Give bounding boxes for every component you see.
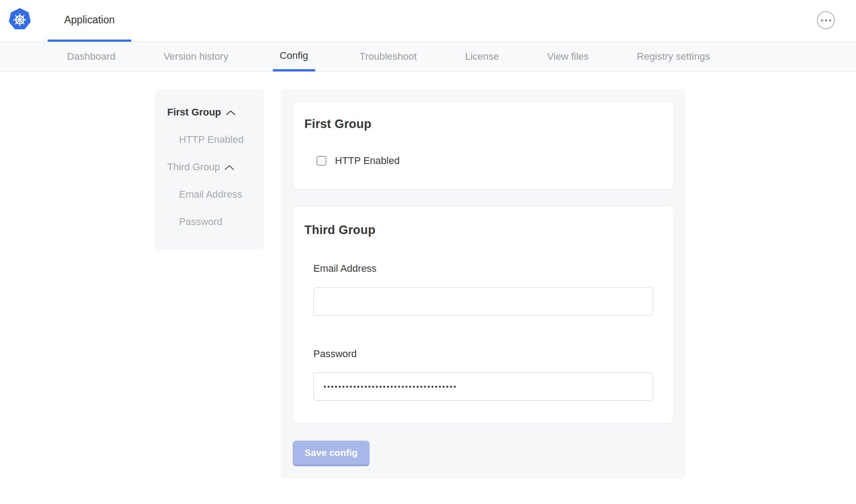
config-group-card-first-group: First Group HTTP Enabled <box>293 102 673 190</box>
email-address-label: Email Address <box>313 263 377 274</box>
tab-license[interactable]: License <box>461 42 503 71</box>
sidebar-group-first-group[interactable]: First Group <box>155 98 264 126</box>
sidebar-item-label: Password <box>179 216 223 228</box>
config-page: Application Dashboard Version history Co… <box>0 0 856 504</box>
config-sidebar: First Group HTTP Enabled Third Group Ema… <box>155 89 264 250</box>
save-config-button[interactable]: Save config <box>293 441 370 464</box>
password-label: Password <box>313 348 357 360</box>
config-main-panel: First Group HTTP Enabled Third Group Ema… <box>281 89 686 478</box>
app-header: Application <box>0 0 856 42</box>
tab-troubleshoot[interactable]: Troubleshoot <box>356 42 421 71</box>
sidebar-item-password[interactable]: Password <box>155 208 264 235</box>
email-address-input[interactable] <box>313 287 653 316</box>
tab-registry-settings[interactable]: Registry settings <box>633 42 714 71</box>
ellipsis-menu-icon[interactable] <box>817 11 835 29</box>
tab-dashboard[interactable]: Dashboard <box>63 42 119 71</box>
sidebar-group-label: Third Group <box>167 161 220 173</box>
http-enabled-checkbox[interactable] <box>317 156 326 166</box>
kubernetes-logo-icon <box>8 8 31 31</box>
tab-application[interactable]: Application <box>48 0 131 42</box>
sidebar-item-label: HTTP Enabled <box>179 134 244 146</box>
tab-config[interactable]: Config <box>273 42 315 71</box>
app-subnav: Dashboard Version history Config Trouble… <box>0 42 856 72</box>
http-enabled-field[interactable]: HTTP Enabled <box>317 155 400 167</box>
checkbox-label: HTTP Enabled <box>335 155 400 167</box>
sidebar-group-label: First Group <box>167 106 221 118</box>
sidebar-item-label: Email Address <box>179 189 242 200</box>
group-title: First Group <box>304 117 371 131</box>
tab-version-history[interactable]: Version history <box>160 42 232 71</box>
tab-view-files[interactable]: View files <box>544 42 593 71</box>
group-title: Third Group <box>304 223 375 237</box>
config-group-card-third-group: Third Group Email Address Password <box>293 206 673 424</box>
chevron-up-icon <box>224 164 234 171</box>
password-input[interactable] <box>313 372 653 401</box>
sidebar-group-third-group[interactable]: Third Group <box>155 153 264 181</box>
sidebar-item-email-address[interactable]: Email Address <box>155 181 264 208</box>
sidebar-item-http-enabled[interactable]: HTTP Enabled <box>155 126 264 153</box>
chevron-up-icon <box>226 110 236 116</box>
